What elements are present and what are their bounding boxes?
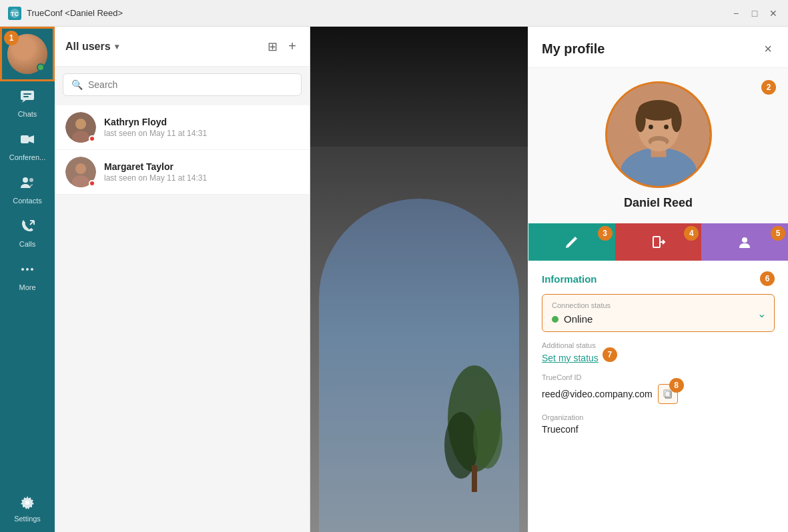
connection-value: Online <box>552 313 765 325</box>
svg-point-27 <box>635 109 645 133</box>
contact-list: Kathryn Floyd last seen on May 11 at 14:… <box>55 103 310 532</box>
titlebar: TC TrueConf <Daniel Reed> − □ ✕ <box>0 0 788 27</box>
svg-point-30 <box>664 125 669 129</box>
organization-value: Trueconf <box>542 424 775 435</box>
badge-3: 3 <box>598 226 613 241</box>
profile-header: My profile × <box>528 27 788 68</box>
svg-point-34 <box>742 237 747 243</box>
svg-point-8 <box>21 268 24 271</box>
grid-view-button[interactable]: ⊞ <box>265 37 280 57</box>
sidebar-item-contacts[interactable]: Contacts <box>0 168 55 211</box>
information-label: Information <box>542 273 597 285</box>
svg-point-29 <box>649 125 653 129</box>
search-input[interactable] <box>88 79 293 90</box>
status-offline-dot <box>89 180 95 187</box>
list-item[interactable]: Kathryn Floyd last seen on May 11 at 14:… <box>55 105 310 150</box>
svg-point-28 <box>671 109 681 133</box>
connection-status-box[interactable]: Connection status Online ⌄ <box>542 294 775 332</box>
profile-avatar-section: 2 <box>528 68 788 223</box>
profile-panel: My profile × 2 <box>528 27 788 532</box>
profile-username: Daniel Reed <box>624 196 693 210</box>
additional-status-section: Additional status Set my status 7 <box>542 341 775 364</box>
more-icon <box>19 261 35 281</box>
connection-dropdown-arrow-icon[interactable]: ⌄ <box>757 307 766 319</box>
chats-icon <box>19 88 35 107</box>
online-status-dot <box>37 63 45 71</box>
contact-info: Kathryn Floyd last seen on May 11 at 14:… <box>104 117 299 138</box>
add-contact-button[interactable]: + <box>286 36 299 57</box>
contact-name: Kathryn Floyd <box>104 117 299 127</box>
close-window-button[interactable]: ✕ <box>767 7 780 20</box>
calls-icon <box>19 218 35 237</box>
app-icon: TC <box>8 7 21 20</box>
svg-rect-5 <box>21 135 29 143</box>
svg-rect-3 <box>23 93 31 95</box>
contact-last-seen: last seen on May 11 at 14:31 <box>104 173 299 183</box>
sidebar-item-settings[interactable]: Settings <box>0 485 55 532</box>
sidebar-item-more[interactable]: More <box>0 255 55 298</box>
badge-8: 8 <box>669 378 684 393</box>
minimize-button[interactable]: − <box>729 7 743 20</box>
maximize-button[interactable]: □ <box>748 7 761 20</box>
calls-label: Calls <box>19 240 35 248</box>
organization-label: Organization <box>542 413 775 421</box>
svg-point-7 <box>29 178 33 182</box>
sidebar-item-calls[interactable]: Calls <box>0 211 55 255</box>
profile-title: My profile <box>542 41 761 57</box>
trueconf-id-label: TrueConf ID <box>542 373 775 381</box>
contact-header: All users ▾ ⊞ + <box>55 27 310 67</box>
sidebar-item-chats[interactable]: Chats <box>0 81 55 125</box>
contact-panel: All users ▾ ⊞ + 🔍 <box>55 27 310 532</box>
set-status-link[interactable]: Set my status 7 <box>542 353 599 363</box>
profile-badge-2: 2 <box>761 80 776 95</box>
contacts-label: Contacts <box>13 197 41 205</box>
svg-point-13 <box>75 119 86 129</box>
trueconf-id-row: reed@video.company.com 8 <box>542 384 775 404</box>
chats-label: Chats <box>18 110 37 118</box>
window-controls: − □ ✕ <box>729 7 780 20</box>
all-users-label: All users <box>65 41 111 53</box>
trueconf-id-section: TrueConf ID reed@video.company.com 8 <box>542 373 775 404</box>
sidebar-item-conferences[interactable]: Conferen... <box>0 125 55 168</box>
contact-last-seen: last seen on May 11 at 14:31 <box>104 129 299 138</box>
nav-avatar-button[interactable]: 1 <box>0 27 55 81</box>
svg-point-32 <box>651 141 666 149</box>
search-box: 🔍 <box>63 73 302 96</box>
svg-rect-21 <box>472 465 477 492</box>
profile-info-section: Information 6 Connection status Online ⌄… <box>528 261 788 455</box>
close-profile-button[interactable]: × <box>761 39 775 59</box>
dropdown-arrow-icon[interactable]: ▾ <box>115 42 119 51</box>
more-label: More <box>19 283 35 291</box>
badge-6: 6 <box>760 271 775 286</box>
badge-5: 5 <box>771 226 785 241</box>
set-status-text: Set my status <box>542 353 599 363</box>
svg-point-9 <box>26 268 29 271</box>
svg-rect-2 <box>21 91 34 100</box>
profile-actions: 3 4 5 <box>528 223 788 261</box>
svg-point-20 <box>473 409 502 469</box>
edit-profile-button[interactable]: 3 <box>528 223 615 261</box>
search-icon: 🔍 <box>71 79 83 90</box>
svg-point-16 <box>75 163 86 174</box>
settings-label: Settings <box>14 515 41 523</box>
badge-7: 7 <box>603 347 617 362</box>
contact-info: Margaret Taylor last seen on May 11 at 1… <box>104 161 299 183</box>
svg-rect-4 <box>23 96 29 97</box>
profile-avatar <box>605 81 712 188</box>
profile-avatar-image <box>607 83 710 186</box>
conferences-icon <box>19 131 35 151</box>
list-item[interactable]: Margaret Taylor last seen on May 11 at 1… <box>55 150 310 195</box>
nav-sidebar: 1 Chats Conferen... <box>0 27 55 532</box>
conferences-label: Conferen... <box>9 153 45 161</box>
copy-id-button[interactable]: 8 <box>658 384 678 404</box>
logout-button[interactable]: 4 <box>615 223 702 261</box>
svg-point-6 <box>23 177 28 183</box>
connection-status-text: Online <box>564 313 593 325</box>
svg-rect-37 <box>665 391 670 397</box>
info-section-title: Information 6 <box>542 271 775 286</box>
nav-badge-1: 1 <box>4 31 19 45</box>
contact-header-title: All users ▾ <box>65 41 260 53</box>
svg-point-10 <box>31 268 33 271</box>
user-settings-button[interactable]: 5 <box>701 223 788 261</box>
video-background <box>310 27 528 532</box>
